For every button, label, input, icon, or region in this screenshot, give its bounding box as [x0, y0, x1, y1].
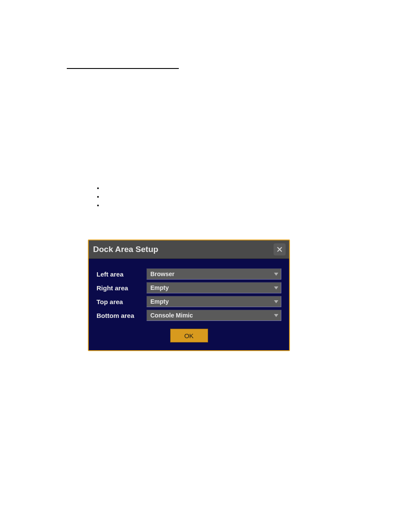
dialog-title: Dock Area Setup: [93, 245, 158, 254]
close-icon: [277, 246, 283, 252]
label-right-area: Right area: [97, 284, 146, 292]
svg-marker-2: [274, 273, 278, 276]
dropdown-value: Browser: [150, 271, 174, 277]
label-left-area: Left area: [97, 271, 146, 278]
row-left-area: Left area Browser: [97, 268, 281, 280]
label-top-area: Top area: [97, 298, 146, 305]
dropdown-right-area[interactable]: Empty: [146, 282, 281, 293]
svg-marker-3: [274, 286, 278, 289]
dropdown-left-area[interactable]: Browser: [146, 268, 281, 280]
horizontal-rule: [67, 68, 179, 69]
dropdown-value: Empty: [150, 298, 169, 305]
close-button[interactable]: [274, 243, 286, 255]
dropdown-value: Console Mimic: [150, 312, 193, 319]
chevron-down-icon: [273, 285, 279, 291]
row-right-area: Right area Empty: [97, 282, 281, 293]
chevron-down-icon: [273, 312, 279, 318]
bullet-list: [97, 184, 103, 210]
dropdown-bottom-area[interactable]: Console Mimic: [146, 310, 281, 321]
row-top-area: Top area Empty: [97, 296, 281, 307]
chevron-down-icon: [273, 271, 279, 277]
bullet-item: [97, 201, 103, 210]
label-bottom-area: Bottom area: [97, 312, 146, 319]
dock-area-setup-dialog: Dock Area Setup Left area Browser Right …: [88, 240, 290, 351]
dialog-titlebar: Dock Area Setup: [89, 240, 289, 259]
ok-button[interactable]: OK: [170, 329, 208, 342]
svg-marker-4: [274, 300, 278, 303]
row-bottom-area: Bottom area Console Mimic: [97, 310, 281, 321]
dialog-body: Left area Browser Right area Empty Top a…: [89, 259, 289, 350]
bullet-item: [97, 184, 103, 193]
svg-marker-5: [274, 314, 278, 317]
chevron-down-icon: [273, 299, 279, 305]
ok-row: OK: [97, 329, 281, 342]
dropdown-top-area[interactable]: Empty: [146, 296, 281, 307]
bullet-item: [97, 193, 103, 201]
dropdown-value: Empty: [150, 284, 169, 291]
